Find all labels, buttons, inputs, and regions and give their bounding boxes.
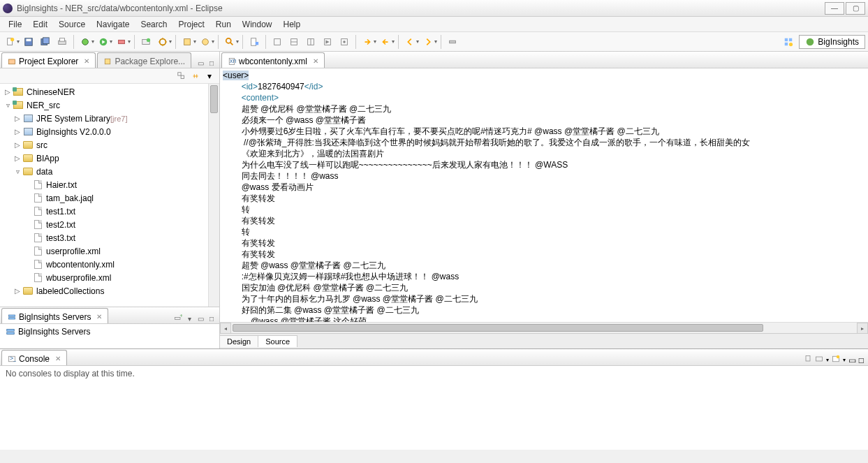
source-tab[interactable]: Source — [258, 335, 297, 347]
design-tab[interactable]: Design — [220, 335, 258, 347]
menu-window[interactable]: Window — [237, 18, 278, 31]
editor-line[interactable]: 好囧的第二集 @wass @堂堂橘子酱 @二七三九 — [223, 304, 865, 316]
editor-line[interactable]: 国安加油 @优尼科 @堂堂橘子酱 @二七三九 — [223, 282, 865, 293]
toggle-mark-button[interactable] — [247, 34, 262, 50]
editor-line[interactable]: 有奖转发 — [223, 193, 865, 204]
editor-line[interactable]: @wass 爱看动画片 — [223, 182, 865, 193]
editor-line[interactable]: 为了十年内的目标乞力马扎罗 @wass @堂堂橘子酱 @二七三九 — [223, 293, 865, 304]
debug-button[interactable] — [78, 34, 93, 50]
collapse-all-icon[interactable] — [176, 71, 187, 82]
save-all-button[interactable] — [38, 34, 53, 50]
editor-line[interactable]: 有奖转发 — [223, 249, 865, 260]
editor-hscrollbar[interactable]: ◂ ▸ — [220, 322, 868, 333]
scroll-right-icon[interactable]: ▸ — [857, 323, 868, 334]
run-last-button[interactable] — [114, 34, 129, 50]
menu-edit[interactable]: Edit — [27, 18, 53, 31]
view-minimize-icon[interactable]: ▭ — [196, 314, 205, 323]
tree-item-wbuserprofile[interactable]: wbuserprofile.xml — [0, 271, 219, 284]
menu-file[interactable]: File — [3, 18, 27, 31]
editor-line[interactable]: 超赞 @wass @堂堂橘子酱 @二七三九 — [223, 260, 865, 271]
view-minimize-icon[interactable]: ▭ — [196, 58, 205, 68]
scroll-thumb[interactable] — [233, 324, 763, 332]
open-perspective-button[interactable] — [781, 34, 796, 50]
view-maximize-icon[interactable]: □ — [207, 314, 216, 323]
maximize-button[interactable]: ▢ — [846, 2, 865, 15]
tb-icon-2[interactable] — [286, 34, 302, 50]
tree-item-test1[interactable]: test1.txt — [0, 205, 219, 218]
tree-item-biginsights-lib[interactable]: ▷BigInsights V2.0.0.0 — [0, 125, 219, 138]
tab-console[interactable]: >_ Console ✕ — [1, 350, 67, 365]
new-class-button[interactable] — [198, 34, 213, 50]
tree-item-data[interactable]: ▿data — [0, 165, 219, 178]
editor-line[interactable]: 同去同去！！！！ @wass — [223, 170, 865, 182]
editor-line[interactable]: 《欢迎来到北方》，温暖的法国喜剧片 — [223, 148, 865, 159]
tree-item-labeledcollections[interactable]: ▷labeledCollections — [0, 284, 219, 297]
view-minimize-icon[interactable]: ▭ — [848, 355, 856, 365]
add-server-icon[interactable]: + — [173, 314, 183, 323]
scroll-left-icon[interactable]: ◂ — [220, 323, 231, 334]
editor-line[interactable]: 超赞 @优尼科 @堂堂橘子酱 @二七三九 — [223, 103, 865, 115]
editor-line[interactable]: <id>1827640947</id> — [223, 81, 865, 92]
tree-item-jre[interactable]: ▷JRE System Library [jre7] — [0, 112, 219, 125]
menu-project[interactable]: Project — [172, 18, 209, 31]
pin-console-icon[interactable] — [804, 355, 812, 365]
editor-tab-wbcontentonly[interactable]: xml wbcontentonly.xml ✕ — [221, 52, 325, 68]
servers-root[interactable]: BigInsights Servers — [6, 327, 214, 337]
editor-line[interactable]: 转 — [223, 226, 865, 237]
menu-source[interactable]: Source — [53, 18, 91, 31]
editor-line[interactable]: 小外甥要过6岁生日啦，买了火车汽车自行车，要不要买点吃的呢#情迷巧克力# @wa… — [223, 126, 865, 137]
close-icon[interactable]: ✕ — [84, 57, 89, 65]
tab-package-explorer[interactable]: Package Explore... — [97, 52, 191, 68]
tb-icon-3[interactable] — [303, 34, 318, 50]
tree-item-wbcontentonly[interactable]: wbcontentonly.xml — [0, 258, 219, 271]
new-button[interactable] — [3, 34, 18, 50]
minimize-button[interactable]: — — [825, 2, 844, 15]
project-tree[interactable]: ▷ChineseNER ▿NER_src ▷JRE System Library… — [0, 84, 219, 307]
editor-line[interactable]: <content> — [223, 92, 865, 103]
editor-line[interactable]: :#怎样像贝克汉姆一样踢球#我也想从中场进球！！ @wass — [223, 271, 865, 282]
tb-icon-4[interactable] — [320, 34, 335, 50]
editor-line[interactable]: 有奖转发 — [223, 237, 865, 249]
view-maximize-icon[interactable]: □ — [207, 58, 216, 68]
tree-scrollbar[interactable] — [208, 84, 219, 307]
menu-run[interactable]: Run — [210, 18, 237, 31]
prev-annotation-button[interactable] — [378, 34, 393, 50]
link-editor-icon[interactable] — [190, 71, 201, 82]
menu-search[interactable]: Search — [135, 18, 172, 31]
editor-line[interactable]: //@张紫琦_开得胜:当我还未降临到这个世界的时候妈妈就开始帮着我听她的歌了。我… — [223, 137, 865, 148]
tree-item-ner-src[interactable]: ▿NER_src — [0, 98, 219, 112]
menu-navigate[interactable]: Navigate — [91, 18, 135, 31]
print-button[interactable] — [54, 34, 70, 50]
view-menu-icon[interactable]: ▾ — [204, 71, 215, 82]
next-annotation-button[interactable] — [360, 34, 375, 50]
display-selected-console-icon[interactable] — [815, 355, 823, 365]
tree-item-test3[interactable]: test3.txt — [0, 231, 219, 244]
editor-line[interactable]: <user> — [223, 70, 865, 81]
tree-item-chineseNER[interactable]: ▷ChineseNER — [0, 85, 219, 98]
save-button[interactable] — [21, 34, 36, 50]
open-console-icon[interactable] — [832, 355, 840, 365]
tb-icon-5[interactable] — [337, 34, 352, 50]
view-maximize-icon[interactable]: □ — [859, 355, 864, 365]
tree-item-biapp[interactable]: ▷BIApp — [0, 152, 219, 165]
tree-item-haier[interactable]: Haier.txt — [0, 178, 219, 191]
tb-icon-1[interactable] — [270, 34, 285, 50]
tree-item-src[interactable]: ▷src — [0, 138, 219, 152]
tree-item-userprofile[interactable]: userprofile.xml — [0, 244, 219, 258]
close-icon[interactable]: ✕ — [96, 313, 102, 321]
close-icon[interactable]: ✕ — [55, 355, 61, 362]
new-server-button[interactable] — [138, 34, 154, 50]
editor-line[interactable]: 为什么电车没了线一样可以跑呢~~~~~~~~~~~~~~~后来发现人家有电池！！… — [223, 159, 865, 170]
new-package-button[interactable] — [179, 34, 195, 50]
forward-button[interactable] — [420, 34, 436, 50]
tree-item-test2[interactable]: test2.txt — [0, 218, 219, 231]
back-button[interactable] — [402, 34, 418, 50]
tab-project-explorer[interactable]: Project Explorer ✕ — [1, 52, 96, 68]
editor-line[interactable]: @wass @堂堂橘子酱 这个好萌 — [223, 316, 865, 322]
pin-button[interactable] — [445, 34, 460, 50]
editor-line[interactable]: 必须来一个 @wass @堂堂橘子酱 — [223, 115, 865, 126]
close-icon[interactable]: ✕ — [313, 57, 318, 65]
editor-line[interactable]: 转 — [223, 204, 865, 215]
perspective-biginsights[interactable]: BigInsights — [799, 35, 865, 49]
editor-line[interactable]: 有奖转发 — [223, 215, 865, 226]
